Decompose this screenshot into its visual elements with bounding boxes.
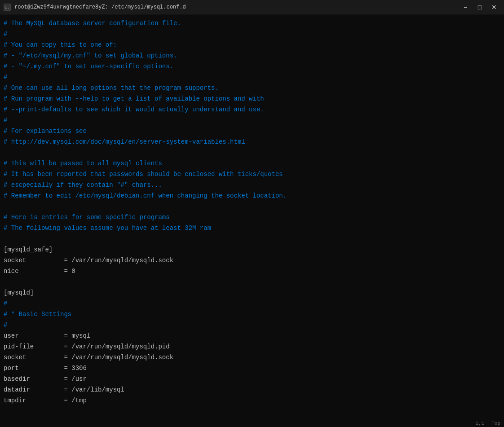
- terminal-line: #: [4, 29, 502, 40]
- terminal-line: basedir = /usr: [4, 374, 502, 384]
- terminal-line: #: [4, 298, 502, 309]
- title-bar: C: root@iZwz9f4uxrwgtnecfare8yZ: /etc/my…: [0, 0, 504, 14]
- terminal-line: #: [4, 72, 502, 83]
- terminal-line: user = mysql: [4, 330, 502, 341]
- terminal-icon: C:: [4, 4, 11, 11]
- status-bar: 1,1 Top: [472, 420, 504, 427]
- terminal-line: nice = 0: [4, 266, 502, 277]
- restore-button[interactable]: □: [473, 3, 486, 12]
- terminal-line: tmpdir = /tmp: [4, 395, 502, 406]
- terminal-line: [4, 277, 502, 287]
- terminal-line: socket = /var/run/mysqld/mysqld.sock: [4, 352, 502, 363]
- terminal-line: socket = /var/run/mysqld/mysqld.sock: [4, 255, 502, 266]
- terminal-line: port = 3306: [4, 363, 502, 374]
- terminal-line: # * Basic Settings: [4, 309, 502, 320]
- terminal-line: [mysqld_safe]: [4, 244, 502, 255]
- terminal-line: # Here is entries for some specific prog…: [4, 212, 502, 223]
- terminal-line: # Remember to edit /etc/mysql/debian.cnf…: [4, 190, 502, 201]
- terminal-line: pid-file = /var/run/mysqld/mysqld.pid: [4, 341, 502, 352]
- window-title: root@iZwz9f4uxrwgtnecfare8yZ: /etc/mysql…: [14, 4, 186, 10]
- terminal-line: # Run program with --help to get a list …: [4, 93, 502, 104]
- terminal-line: # You can copy this to one of:: [4, 40, 502, 50]
- terminal-line: # For explanations see: [4, 126, 502, 136]
- terminal-line: [4, 147, 502, 158]
- terminal-line: [4, 233, 502, 244]
- terminal-line: # http://dev.mysql.com/doc/mysql/en/serv…: [4, 136, 502, 147]
- terminal-line: # - "~/.my.cnf" to set user-specific opt…: [4, 61, 502, 72]
- close-button[interactable]: ✕: [488, 3, 500, 12]
- terminal-line: # It has been reported that passwords sh…: [4, 169, 502, 180]
- terminal-line: # This will be passed to all mysql clien…: [4, 158, 502, 169]
- svg-text:C:: C:: [4, 5, 9, 10]
- terminal-body[interactable]: # The MySQL database server configuratio…: [0, 14, 504, 427]
- terminal-line: # - "/etc/mysql/my.cnf" to set global op…: [4, 50, 502, 61]
- terminal-line: [mysqld]: [4, 287, 502, 298]
- terminal-line: #: [4, 320, 502, 330]
- terminal-line: # The following values assume you have a…: [4, 223, 502, 233]
- position-label: Top: [491, 421, 500, 426]
- terminal-line: datadir = /var/lib/mysql: [4, 384, 502, 395]
- line-col: 1,1: [475, 421, 484, 426]
- terminal-line: # --print-defaults to see which it would…: [4, 104, 502, 115]
- terminal-line: [4, 201, 502, 212]
- terminal-line: # The MySQL database server configuratio…: [4, 18, 502, 29]
- title-bar-left: C: root@iZwz9f4uxrwgtnecfare8yZ: /etc/my…: [4, 4, 186, 11]
- terminal-line: # escpecially if they contain "#" chars.…: [4, 180, 502, 190]
- minimize-button[interactable]: −: [459, 3, 472, 12]
- terminal-line: #: [4, 115, 502, 126]
- window-controls: − □ ✕: [459, 3, 500, 12]
- terminal-line: # One can use all long options that the …: [4, 83, 502, 93]
